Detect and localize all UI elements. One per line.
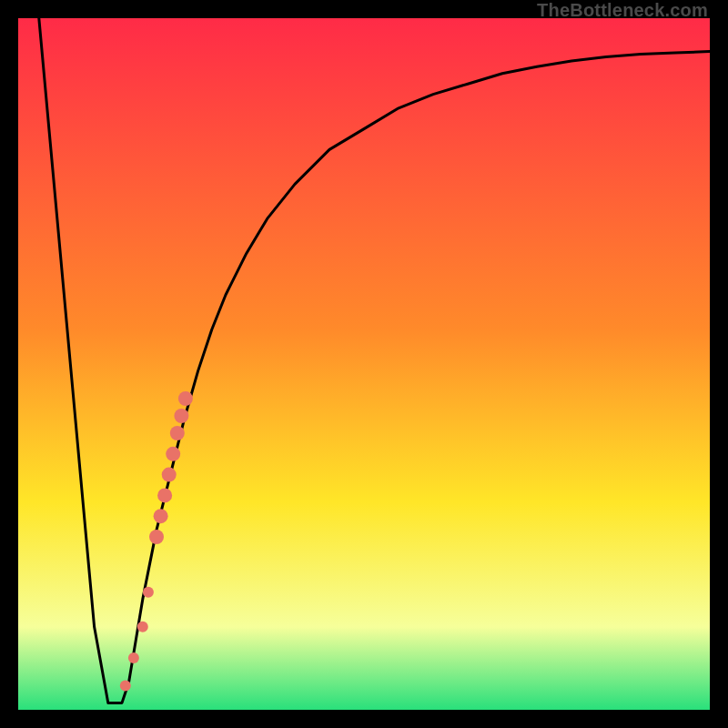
curve-marker — [143, 587, 154, 598]
curve-marker — [170, 426, 185, 440]
bottleneck-chart — [18, 18, 710, 710]
curve-marker — [178, 391, 193, 406]
curve-marker — [137, 622, 148, 632]
curve-marker — [157, 488, 172, 502]
curve-marker — [120, 680, 131, 691]
curve-marker — [162, 468, 177, 482]
curve-marker — [149, 530, 164, 544]
curve-marker — [174, 409, 188, 423]
curve-marker — [154, 509, 168, 523]
gradient-background — [18, 18, 710, 710]
curve-marker — [166, 447, 180, 461]
curve-marker — [128, 652, 139, 663]
chart-frame — [18, 18, 710, 710]
